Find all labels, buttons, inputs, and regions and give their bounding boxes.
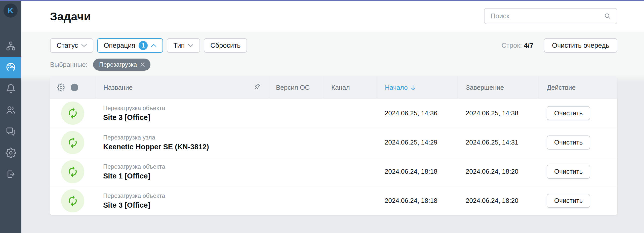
chevron-down-icon [81,44,87,47]
filter-status-label: Статус [57,42,78,50]
task-os-version-cell [268,169,323,174]
logout-icon [6,169,16,180]
task-channel-cell [323,111,377,115]
task-name-cell: Перезагрузка узла Keenetic Hopper SE (KN… [95,134,268,151]
search-box [484,8,617,24]
search-icon [604,12,611,20]
chevron-up-icon [151,44,156,47]
users-icon [6,105,16,116]
sidebar-item-dashboard[interactable] [0,57,21,78]
task-operation: Перезагрузка объекта [103,163,268,170]
column-header-start-label: Начало [385,84,408,91]
sidebar-nav [0,36,21,185]
task-channel-cell [323,169,377,174]
filter-toolbar: Статус Операция 1 Тип Сбросить Строк [50,38,617,53]
chip-label: Перезагрузка [99,61,137,68]
clear-task-button[interactable]: Очистить [547,165,590,179]
reboot-sync-icon [61,160,84,183]
task-name-cell: Перезагрузка объекта Site 3 [Office] [95,105,268,122]
column-header-start[interactable]: Начало [377,76,458,99]
search-input[interactable] [491,12,604,20]
filter-reset-button[interactable]: Сбросить [204,38,247,53]
rows-counter: Строк:4/7 [501,42,533,50]
rows-counter-label: Строк: [501,42,522,49]
table-settings-cell [50,76,95,99]
task-start-cell: 2024.06.25, 14:29 [377,138,458,146]
table-body: Перезагрузка объекта Site 3 [Office] 202… [50,99,617,215]
column-header-channel[interactable]: Канал [323,76,377,99]
task-action-cell: Очистить [539,106,617,120]
content-area: Статус Операция 1 Тип Сбросить Строк [21,32,644,233]
page-header: Задачи [21,1,644,32]
table-row: Перезагрузка объекта Site 3 [Office] 202… [50,99,617,128]
sidebar-item-sites[interactable] [0,36,21,57]
gear-icon [6,148,16,159]
chat-icon [6,126,16,138]
column-settings-gear-icon[interactable] [57,83,65,91]
rows-counter-value: 4/7 [524,42,534,49]
pin-icon[interactable] [253,83,261,92]
task-start-cell: 2024.06.25, 14:36 [377,109,458,117]
task-operation: Перезагрузка объекта [103,105,268,112]
clear-task-button[interactable]: Очистить [547,194,590,208]
column-header-os-version[interactable]: Версия ОС [268,76,323,99]
clear-queue-button[interactable]: Очистить очередь [544,38,617,53]
filter-reset-label: Сбросить [210,42,240,50]
page-title: Задачи [50,10,91,23]
task-finish-cell: 2024.06.25, 14:31 [458,138,539,146]
task-target: Site 3 [Office] [103,201,268,209]
sidebar-item-logout[interactable] [0,164,21,185]
task-start-cell: 2024.06.24, 18:18 [377,197,458,205]
task-status-cell [50,160,95,183]
chevron-down-icon [188,44,193,47]
sidebar-item-settings[interactable] [0,143,21,164]
table-row: Перезагрузка объекта Site 3 [Office] 202… [50,186,617,215]
filter-count-badge: 1 [139,41,148,50]
task-channel-cell [323,140,377,145]
sidebar: K [0,1,21,233]
column-header-name[interactable]: Название [95,76,268,99]
table-row: Перезагрузка объекта Site 1 [Office] 202… [50,157,617,186]
sort-desc-arrow-icon [410,84,416,91]
task-target: Site 1 [Office] [103,172,268,180]
filter-status-button[interactable]: Статус [50,38,93,53]
task-status-cell [50,131,95,154]
filter-type-button[interactable]: Тип [167,38,200,53]
task-target: Site 3 [Office] [103,113,268,122]
reboot-sync-icon [61,102,84,125]
filter-type-label: Тип [173,42,185,50]
task-action-cell: Очистить [539,165,617,179]
task-action-cell: Очистить [539,135,617,150]
task-operation: Перезагрузка объекта [103,192,268,199]
task-finish-cell: 2024.06.25, 14:38 [458,109,539,117]
sidebar-item-messages[interactable] [0,121,21,143]
task-status-cell [50,189,95,212]
task-operation: Перезагрузка узла [103,134,268,141]
task-os-version-cell [268,199,323,203]
reboot-sync-icon [61,189,84,212]
reboot-sync-icon [61,131,84,154]
clear-task-button[interactable]: Очистить [547,135,590,150]
task-action-cell: Очистить [539,194,617,208]
sidebar-item-users[interactable] [0,100,21,121]
chip-close-icon[interactable] [140,62,145,67]
column-header-action: Действие [539,76,617,99]
selected-filters-row: Выбранные: Перезагрузка [50,58,617,71]
keenetic-logo[interactable]: K [4,4,18,18]
bell-icon [6,83,16,95]
task-name-cell: Перезагрузка объекта Site 1 [Office] [95,163,268,180]
column-header-channel-label: Канал [331,84,350,91]
table-header-row: Название Версия ОС [50,76,617,99]
table-row: Перезагрузка узла Keenetic Hopper SE (KN… [50,128,617,157]
sidebar-item-notifications[interactable] [0,78,21,100]
column-header-name-label: Название [103,84,133,91]
clear-task-button[interactable]: Очистить [547,106,590,120]
task-status-cell [50,102,95,125]
filter-operation-label: Операция [104,42,135,50]
filter-operation-button[interactable]: Операция 1 [97,38,163,53]
task-os-version-cell [268,140,323,145]
dashboard-icon [6,62,16,74]
sitemap-icon [6,41,16,52]
column-header-finish[interactable]: Завершение [458,76,539,99]
task-os-version-cell [268,111,323,115]
